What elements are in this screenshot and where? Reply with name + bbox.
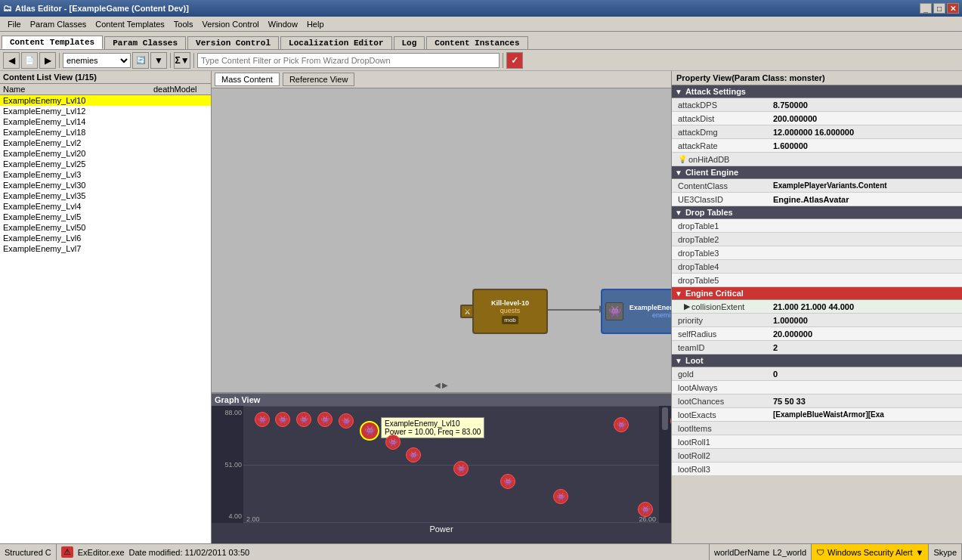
- prop-attackDPS[interactable]: attackDPS 8.750000: [672, 98, 962, 112]
- list-item[interactable]: ExampleEnemy_Lvl10: [0, 95, 211, 106]
- toolbar-play[interactable]: ▶: [39, 52, 56, 69]
- menu-param-classes[interactable]: Param Classes: [26, 19, 91, 29]
- status-windows-alert[interactable]: 🛡 Windows Security Alert ▼: [812, 544, 929, 560]
- prop-dropTable4[interactable]: dropTable4: [672, 260, 962, 274]
- graph-dot[interactable]: 👾: [385, 435, 401, 450]
- menu-content-templates[interactable]: Content Templates: [91, 19, 169, 29]
- graph-dot[interactable]: 👾: [296, 412, 311, 427]
- list-item[interactable]: ExampleEnemy_Lvl50: [0, 222, 211, 233]
- graph-dot[interactable]: 👾: [638, 502, 653, 517]
- collapsible-tri[interactable]: ▶: [684, 302, 690, 311]
- list-item[interactable]: ExampleEnemy_Lvl14: [0, 116, 211, 127]
- prop-lootRoll1[interactable]: lootRoll1: [672, 435, 962, 449]
- graph-dot[interactable]: 👾: [406, 447, 421, 463]
- menu-file[interactable]: File: [3, 19, 26, 29]
- graph-dot[interactable]: 👾: [614, 417, 629, 432]
- close-button[interactable]: ✕: [947, 3, 959, 14]
- menu-help[interactable]: Help: [302, 19, 329, 29]
- toolbar-new[interactable]: 📄: [21, 52, 38, 69]
- content-filter-input[interactable]: [197, 53, 500, 68]
- prop-lootItems[interactable]: lootItems: [672, 422, 962, 435]
- menu-window[interactable]: Window: [264, 19, 302, 29]
- title-bar-controls[interactable]: _ □ ✕: [920, 3, 959, 14]
- prop-priority[interactable]: priority 1.000000: [672, 314, 962, 327]
- prop-lootRoll3[interactable]: lootRoll3: [672, 463, 962, 476]
- tab-param-classes[interactable]: Param Classes: [104, 36, 186, 49]
- prop-dropTable1[interactable]: dropTable1: [672, 219, 962, 233]
- toolbar-dropdown[interactable]: enemies: [63, 53, 131, 68]
- center-tab-reference-view[interactable]: Reference View: [283, 73, 354, 86]
- toolbar-check[interactable]: ✓: [506, 52, 523, 69]
- node-graph-area[interactable]: ⚔ Kill-level-10 quests mob 👾 ExampleEnem…: [212, 88, 671, 392]
- menu-version-control[interactable]: Version Control: [198, 19, 264, 29]
- list-item[interactable]: ExampleEnemy_Lvl6: [0, 233, 211, 243]
- prop-lootAlways[interactable]: lootAlways: [672, 381, 962, 394]
- graph-canvas[interactable]: 88.00 51.00 4.00 👾 👾 👾 👾 👾: [212, 406, 671, 523]
- tab-log[interactable]: Log: [394, 36, 425, 49]
- graph-scrollbar[interactable]: [659, 406, 671, 523]
- menu-tools[interactable]: Tools: [169, 19, 198, 29]
- list-item[interactable]: ExampleEnemy_Lvl2: [0, 138, 211, 148]
- prop-dropTable5[interactable]: dropTable5: [672, 274, 962, 287]
- prop-collisionExtent[interactable]: ▶ collisionExtent 21.000 21.000 44.000: [672, 300, 962, 314]
- prop-name: lootRoll3: [672, 464, 770, 475]
- selected-graph-dot[interactable]: 👾: [360, 421, 379, 441]
- toolbar-back[interactable]: ◀: [3, 52, 20, 69]
- prop-attackRate[interactable]: attackRate 1.600000: [672, 139, 962, 153]
- graph-dot[interactable]: 👾: [317, 412, 333, 427]
- prop-dropTable2[interactable]: dropTable2: [672, 233, 962, 246]
- windows-alert-label: Windows Security Alert: [827, 548, 912, 557]
- section-engine-critical[interactable]: ▼ Engine Critical: [672, 287, 962, 300]
- tab-localization-editor[interactable]: Localization Editor: [280, 36, 391, 49]
- section-client-engine[interactable]: ▼ Client Engine: [672, 166, 962, 179]
- list-item[interactable]: ExampleEnemy_Lvl20: [0, 148, 211, 159]
- graph-dot[interactable]: 👾: [275, 412, 290, 427]
- section-loot[interactable]: ▼ Loot: [672, 354, 962, 367]
- prop-selfRadius[interactable]: selfRadius 20.000000: [672, 327, 962, 341]
- graph-content[interactable]: 👾 👾 👾 👾 👾 👾 ExampleEnemy_Lvl10 Power = 1…: [243, 406, 659, 523]
- list-item[interactable]: ExampleEnemy_Lvl30: [0, 180, 211, 190]
- content-list-header: Content List View (1/15): [0, 71, 211, 84]
- list-item[interactable]: ExampleEnemy_Lvl5: [0, 212, 211, 222]
- graph-dot[interactable]: 👾: [339, 413, 354, 429]
- minimize-button[interactable]: _: [920, 3, 932, 14]
- list-item[interactable]: ExampleEnemy_Lvl3: [0, 169, 211, 180]
- toolbar-dropdown-arrow[interactable]: ▼: [150, 52, 167, 69]
- node-enemy[interactable]: 👾 ExampleEnemy_Lvl10 enemies: [601, 289, 671, 334]
- prop-onHitAdDB[interactable]: 💡onHitAdDB: [672, 153, 962, 166]
- windows-alert-dropdown[interactable]: ▼: [916, 548, 924, 557]
- toolbar-sigma[interactable]: Σ▼: [174, 52, 190, 69]
- prop-attackDist[interactable]: attackDist 200.000000: [672, 112, 962, 125]
- section-attack-settings[interactable]: ▼ Attack Settings: [672, 85, 962, 98]
- list-item[interactable]: ExampleEnemy_Lvl25: [0, 159, 211, 169]
- center-tab-mass-content[interactable]: Mass Content: [215, 73, 280, 86]
- list-item[interactable]: ExampleEnemy_Lvl35: [0, 190, 211, 201]
- list-item[interactable]: ExampleEnemy_Lvl4: [0, 201, 211, 212]
- status-structured[interactable]: Structured C: [0, 544, 57, 560]
- graph-dot[interactable]: 👾: [255, 412, 270, 427]
- prop-lootChances[interactable]: lootChances 75 50 33: [672, 394, 962, 408]
- prop-attackDmg[interactable]: attackDmg 12.000000 16.000000: [672, 125, 962, 139]
- list-item[interactable]: ExampleEnemy_Lvl7: [0, 243, 211, 254]
- prop-teamID[interactable]: teamID 2: [672, 341, 962, 354]
- tab-content-instances[interactable]: Content Instances: [426, 36, 527, 49]
- prop-contentClass[interactable]: ContentClass ExamplePlayerVariants.Conte…: [672, 179, 962, 193]
- tab-content-templates[interactable]: Content Templates: [2, 36, 103, 49]
- prop-dropTable3[interactable]: dropTable3: [672, 246, 962, 260]
- prop-lootExacts[interactable]: lootExacts [ExampleBlueWaistArmor][Exa: [672, 408, 962, 422]
- graph-dot[interactable]: 👾: [453, 461, 469, 476]
- graph-dot[interactable]: 👾: [500, 474, 515, 489]
- graph-dot[interactable]: 👾: [553, 489, 568, 504]
- maximize-button[interactable]: □: [933, 3, 945, 14]
- selected-dot-group[interactable]: 👾 ExampleEnemy_Lvl10 Power = 10.00, Freq…: [360, 421, 379, 441]
- prop-ue3ClassID[interactable]: UE3ClassID Engine.AtlasAvatar: [672, 193, 962, 206]
- list-item[interactable]: ExampleEnemy_Lvl12: [0, 106, 211, 116]
- section-drop-tables[interactable]: ▼ Drop Tables: [672, 206, 962, 219]
- list-item[interactable]: ExampleEnemy_Lvl18: [0, 127, 211, 138]
- prop-lootRoll2[interactable]: lootRoll2: [672, 449, 962, 463]
- toolbar-refresh[interactable]: 🔄: [132, 52, 149, 69]
- prop-gold[interactable]: gold 0: [672, 367, 962, 381]
- graph-scroll-thumb[interactable]: [662, 407, 668, 430]
- node-kill-level[interactable]: ⚔ Kill-level-10 quests mob: [472, 289, 548, 334]
- tab-version-control[interactable]: Version Control: [187, 36, 279, 49]
